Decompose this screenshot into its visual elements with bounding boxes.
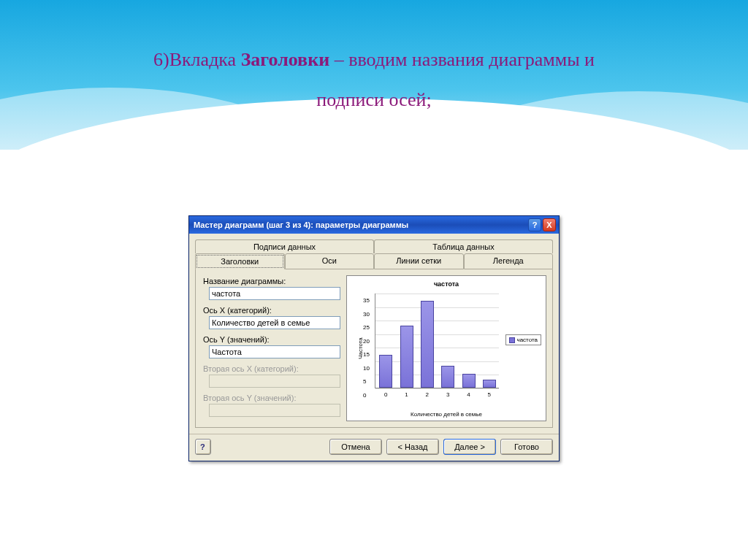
- finish-button[interactable]: Готово: [500, 439, 553, 455]
- x2-axis-label: Вторая ось X (категорий):: [203, 364, 340, 373]
- chart-preview: частота Частота 012345 частота Количеств…: [346, 275, 546, 421]
- titlebar-close-button[interactable]: X: [543, 218, 556, 231]
- button-bar: ? Отмена < Назад Далее > Готово: [189, 434, 559, 461]
- chart-title-input[interactable]: [209, 287, 340, 300]
- slide-title-line2: подписи осей;: [316, 89, 431, 110]
- legend-swatch: [509, 337, 515, 343]
- chart-bar: [483, 380, 496, 388]
- x-tick-label: 3: [446, 391, 449, 398]
- y-tick-label: 20: [363, 337, 370, 344]
- legend-label: частота: [517, 337, 538, 343]
- next-button[interactable]: Далее >: [443, 439, 496, 455]
- chart-bar: [462, 374, 476, 388]
- form-column: Название диаграммы: Ось X (категорий): О…: [202, 275, 340, 421]
- chart-wizard-dialog: Мастер диаграмм (шаг 3 из 4): параметры …: [188, 215, 560, 461]
- x-tick-label: 5: [488, 391, 491, 398]
- slide-title-suffix: – вводим названия диаграммы и: [329, 49, 595, 70]
- y2-axis-label: Вторая ось Y (значений):: [203, 394, 340, 402]
- tab-axes[interactable]: Оси: [285, 253, 375, 269]
- help-button[interactable]: ?: [195, 439, 211, 455]
- tab-data-labels[interactable]: Подписи данных: [195, 239, 374, 253]
- tab-titles[interactable]: Заголовки: [195, 253, 285, 269]
- gridline: [375, 334, 499, 335]
- chart-x-label: Количество детей в семье: [347, 411, 546, 418]
- back-button[interactable]: < Назад: [386, 439, 439, 455]
- slide-title-prefix: 6)Вкладка: [153, 49, 241, 70]
- x-tick-label: 2: [426, 391, 429, 398]
- x-axis-input[interactable]: [209, 316, 340, 329]
- svg-text:?: ?: [200, 442, 205, 451]
- x2-axis-input: [209, 375, 340, 388]
- tab-panel: Название диаграммы: Ось X (категорий): О…: [195, 269, 553, 428]
- chart-plot-area: 012345: [375, 294, 499, 388]
- y2-axis-input: [209, 404, 340, 417]
- chart-bar: [441, 366, 454, 388]
- gridline: [375, 307, 499, 308]
- chart-bar: [421, 301, 434, 388]
- gridline: [375, 375, 499, 375]
- tab-data-table[interactable]: Таблица данных: [374, 239, 553, 253]
- y-tick-label: 0: [363, 392, 366, 399]
- y-tick-label: 30: [363, 310, 370, 317]
- chart-bar: [400, 326, 413, 388]
- slide-title: 6)Вкладка Заголовки – вводим названия ди…: [0, 40, 748, 120]
- gridline: [375, 388, 499, 389]
- chart-title-label: Название диаграммы:: [203, 277, 340, 285]
- tab-gridlines[interactable]: Линии сетки: [374, 253, 464, 269]
- y-tick-label: 15: [363, 351, 370, 358]
- dialog-title: Мастер диаграмм (шаг 3 из 4): параметры …: [194, 220, 408, 229]
- chart-legend: частота: [505, 334, 542, 345]
- gridline: [375, 321, 499, 321]
- chart-preview-title: частота: [350, 280, 543, 288]
- y-tick-label: 25: [363, 324, 370, 331]
- y-axis-label: Ось Y (значений):: [203, 335, 340, 344]
- gridline: [375, 361, 499, 362]
- tab-legend[interactable]: Легенда: [464, 253, 554, 269]
- titlebar-help-button[interactable]: ?: [528, 218, 541, 231]
- y-tick-label: 5: [363, 378, 366, 385]
- gridline: [375, 294, 499, 294]
- x-axis-label: Ось X (категорий):: [203, 306, 340, 315]
- y-axis-input[interactable]: [209, 345, 340, 358]
- slide-title-bold: Заголовки: [241, 49, 329, 70]
- cancel-button[interactable]: Отмена: [329, 439, 382, 455]
- chart-bar: [379, 355, 392, 388]
- help-icon: ?: [198, 442, 208, 452]
- x-tick-label: 1: [405, 391, 408, 398]
- gridline: [375, 348, 499, 348]
- x-tick-label: 0: [384, 391, 387, 398]
- x-tick-label: 4: [467, 391, 470, 398]
- titlebar[interactable]: Мастер диаграмм (шаг 3 из 4): параметры …: [189, 216, 559, 234]
- y-tick-label: 10: [363, 364, 370, 371]
- y-tick-label: 35: [363, 297, 370, 304]
